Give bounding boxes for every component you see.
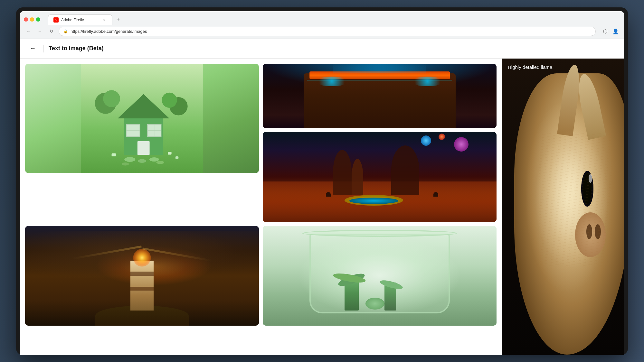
- refresh-nav-button[interactable]: ↻: [47, 27, 56, 36]
- app-content: ← Text to image (Beta): [20, 39, 624, 355]
- svg-point-16: [149, 157, 159, 161]
- right-column: [263, 64, 497, 222]
- page-title: Text to image (Beta): [49, 45, 104, 52]
- laptop-frame: Ai Adobe Firefly × + ← → ↻ 🔒 https://fir…: [16, 7, 628, 355]
- tab-title: Adobe Firefly: [61, 18, 99, 22]
- svg-rect-19: [112, 153, 116, 156]
- new-tab-button[interactable]: +: [114, 15, 123, 24]
- browser-chrome: Ai Adobe Firefly × + ← → ↻ 🔒 https://fir…: [20, 11, 624, 39]
- app-header: ← Text to image (Beta): [20, 39, 624, 59]
- svg-rect-21: [175, 156, 178, 159]
- house-image-card[interactable]: [25, 64, 259, 173]
- url-text: https://firefly.adobe.com/generate/image…: [71, 29, 591, 34]
- svg-point-18: [156, 161, 164, 164]
- lock-icon: 🔒: [63, 29, 68, 33]
- robot-image-card[interactable]: [263, 64, 497, 128]
- scifi-image-card[interactable]: [263, 132, 497, 222]
- gallery-side-panel: Highly detailed llama: [502, 59, 624, 355]
- maximize-button[interactable]: [36, 17, 40, 22]
- traffic-lights: [24, 17, 40, 22]
- llama-label: Highly detailed llama: [508, 64, 552, 70]
- active-tab[interactable]: Ai Adobe Firefly ×: [48, 14, 112, 25]
- svg-point-4: [103, 90, 120, 107]
- back-nav-button[interactable]: ←: [24, 27, 33, 36]
- svg-rect-7: [137, 141, 150, 155]
- llama-image: [502, 59, 624, 355]
- lighthouse-image-card[interactable]: [25, 226, 259, 326]
- svg-point-17: [122, 162, 129, 165]
- back-button[interactable]: ←: [28, 43, 38, 54]
- close-button[interactable]: [24, 17, 28, 22]
- url-bar[interactable]: 🔒 https://firefly.adobe.com/generate/ima…: [59, 27, 596, 36]
- svg-point-3: [162, 92, 177, 107]
- svg-rect-20: [168, 152, 171, 154]
- gallery-main: [20, 59, 502, 355]
- forward-nav-button[interactable]: →: [35, 27, 44, 36]
- adobe-favicon: Ai: [53, 17, 59, 23]
- profile-icon[interactable]: 👤: [611, 27, 620, 36]
- tab-strip: Ai Adobe Firefly × +: [48, 14, 620, 25]
- address-bar: ← → ↻ 🔒 https://firefly.adobe.com/genera…: [20, 25, 624, 39]
- browser-window: Ai Adobe Firefly × + ← → ↻ 🔒 https://fir…: [20, 11, 624, 355]
- svg-point-15: [138, 159, 146, 162]
- extensions-icon[interactable]: ⬡: [601, 27, 610, 36]
- minimize-button[interactable]: [30, 17, 34, 22]
- svg-point-14: [124, 157, 135, 162]
- browser-actions: ⬡ 👤: [601, 27, 620, 36]
- tab-close-button[interactable]: ×: [102, 17, 107, 23]
- jar-image-card[interactable]: [263, 226, 497, 326]
- title-bar: Ai Adobe Firefly × +: [20, 11, 624, 25]
- gallery-container: Highly detailed llama: [20, 59, 624, 355]
- header-divider: [43, 45, 43, 52]
